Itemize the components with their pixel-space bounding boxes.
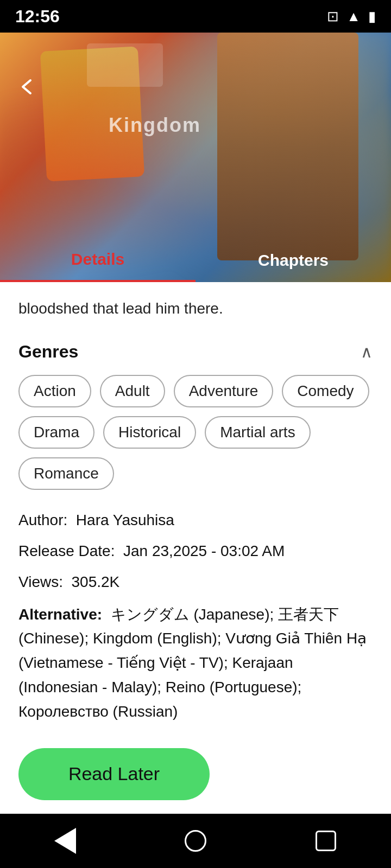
hero-decoration-3 xyxy=(87,43,163,87)
back-button[interactable] xyxy=(11,71,43,103)
nav-home-icon xyxy=(185,830,206,852)
wifi-icon: ▲ xyxy=(346,8,361,25)
hero-image: Kingdom Details Chapters xyxy=(0,33,391,282)
status-bar: 12:56 ⊡ ▲ ▮ xyxy=(0,0,391,33)
nav-recent-icon xyxy=(316,831,336,851)
battery-icon: ▮ xyxy=(368,8,376,25)
genre-tag-historical[interactable]: Historical xyxy=(103,416,196,449)
views-line: Views: 305.2K xyxy=(18,571,373,592)
content-area: bloodshed that lead him there. Genres ∧ … xyxy=(0,282,391,868)
genre-tag-adventure[interactable]: Adventure xyxy=(174,375,274,407)
meta-info: Author: Hara Yasuhisa Release Date: Jan … xyxy=(18,509,373,593)
nav-home-button[interactable] xyxy=(174,819,217,863)
genres-section: Genres ∧ Action Adult Adventure Comedy D… xyxy=(18,342,373,490)
read-later-button[interactable]: Read Later xyxy=(18,748,210,800)
genres-chevron-icon[interactable]: ∧ xyxy=(361,342,373,361)
nav-back-icon xyxy=(54,828,76,854)
description-snippet: bloodshed that lead him there. xyxy=(18,282,373,326)
cast-icon: ⊡ xyxy=(327,8,339,25)
genre-tag-drama[interactable]: Drama xyxy=(18,416,94,449)
genre-tag-adult[interactable]: Adult xyxy=(100,375,165,407)
status-time: 12:56 xyxy=(15,7,60,27)
nav-recent-button[interactable] xyxy=(304,819,348,863)
genre-tag-comedy[interactable]: Comedy xyxy=(282,375,369,407)
author-line: Author: Hara Yasuhisa xyxy=(18,509,373,531)
release-date-line: Release Date: Jan 23,2025 - 03:02 AM xyxy=(18,540,373,561)
tab-details[interactable]: Details xyxy=(0,239,195,282)
nav-back-button[interactable] xyxy=(43,819,87,863)
genres-header: Genres ∧ xyxy=(18,342,373,362)
genre-tag-martial-arts[interactable]: Martial arts xyxy=(205,416,310,449)
hero-decoration-2 xyxy=(217,33,358,260)
alternative-titles: Alternative: キングダム (Japanese); 王者天下 (Chi… xyxy=(18,603,373,724)
genre-tag-romance[interactable]: Romance xyxy=(18,457,114,490)
genre-tag-action[interactable]: Action xyxy=(18,375,91,407)
genres-title: Genres xyxy=(18,342,78,362)
tab-chapters[interactable]: Chapters xyxy=(195,239,391,282)
hero-manga-title: Kingdom xyxy=(109,114,201,137)
bottom-nav xyxy=(0,814,391,868)
tab-bar: Details Chapters xyxy=(0,239,391,282)
status-icons: ⊡ ▲ ▮ xyxy=(327,8,376,25)
genres-tags: Action Adult Adventure Comedy Drama Hist… xyxy=(18,375,373,490)
